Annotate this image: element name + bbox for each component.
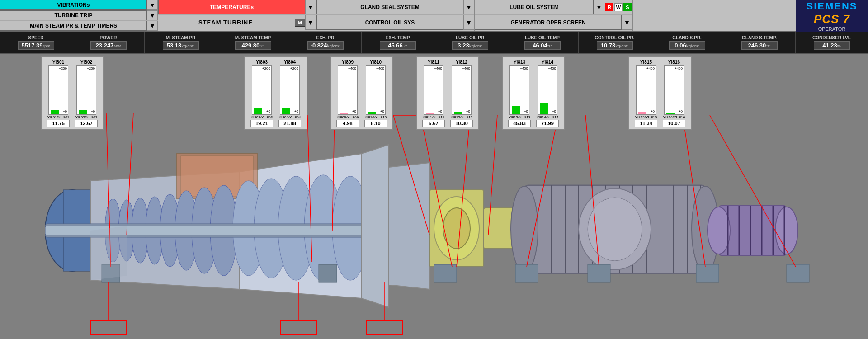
yi813-value: 45.83 bbox=[508, 120, 531, 127]
main-steam-button[interactable]: MAIN STEAM PR & TEMP TIMERS bbox=[0, 21, 147, 31]
yi803-sublabel: YI803/YI_803 bbox=[251, 115, 273, 119]
yi802-fill bbox=[79, 110, 87, 114]
svg-rect-52 bbox=[319, 264, 337, 282]
yi811-title: YI811 bbox=[427, 59, 440, 65]
yi811-bar: +400 +0 bbox=[424, 65, 443, 115]
yi814-bar: +400 +0 bbox=[538, 65, 557, 115]
gauge-yi815: YI815 +400 +0 YI815/YI_815 11.34 bbox=[633, 59, 659, 127]
gland-seal-button[interactable]: GLAND SEAL SYSTEM bbox=[316, 0, 463, 14]
turbine-trip-button[interactable]: TURBINE TRIP bbox=[0, 10, 147, 20]
yi809-title: YI809 bbox=[341, 59, 354, 65]
yi810-bar: +400 +0 bbox=[366, 65, 386, 115]
m-badge: M bbox=[295, 19, 305, 27]
main-content: YI801 +200 +0 YI801/YI_801 11.75 YI802 +… bbox=[0, 54, 868, 339]
yi809-scale-bot: +0 bbox=[352, 109, 356, 113]
yi801-title: YI801 bbox=[52, 59, 65, 65]
yi802-title: YI802 bbox=[80, 59, 93, 65]
yi802-bar: +200 +0 bbox=[76, 65, 96, 115]
vibrations-button[interactable]: VIBRATIONs bbox=[0, 0, 147, 10]
gland-seal-arrow[interactable]: ▼ bbox=[463, 0, 474, 14]
metric-speed: SPEED 5517.39rpm bbox=[0, 32, 72, 53]
steam-turbine-button[interactable]: STEAM TURBINE bbox=[158, 15, 293, 30]
yi815-value: 11.34 bbox=[635, 120, 657, 127]
yi813-scale-bot: +0 bbox=[524, 109, 528, 113]
gauge-yi801: YI801 +200 +0 YI801/YI_801 11.75 bbox=[45, 59, 71, 127]
gauge-yi803: YI803 +200 +0 YI803/YI_803 19.21 bbox=[249, 59, 275, 127]
yi810-scale-top: +400 bbox=[376, 66, 384, 71]
lube-oil-arrow[interactable]: ▼ bbox=[594, 0, 604, 14]
metric-steam-temp-value: 429.80°C bbox=[235, 41, 271, 50]
yi815-fill bbox=[638, 112, 646, 114]
metric-condenser-label: CONDENSER LVL bbox=[812, 35, 851, 40]
generator-button[interactable]: GENERATOR OPER SCREEN bbox=[475, 15, 622, 30]
control-oil-arrow[interactable]: ▼ bbox=[463, 15, 474, 30]
metric-lube-pr: LUBE OIL PR 3.23kg/cm² bbox=[434, 32, 506, 53]
gauge-group-yi811-812: YI811 +400 +0 YI811/YI_811 5.67 YI812 +4… bbox=[416, 56, 479, 130]
yi811-scale-top: +400 bbox=[434, 66, 442, 71]
yi814-scale-bot: +0 bbox=[552, 109, 556, 113]
metric-gland-pr-value: 0.06kg/cm² bbox=[669, 41, 705, 50]
yi804-title: YI804 bbox=[283, 59, 296, 65]
metric-power-value: 23.247MW bbox=[90, 41, 127, 50]
yi812-scale-bot: +0 bbox=[466, 109, 470, 113]
yi814-title: YI814 bbox=[541, 59, 554, 65]
temperatures-button[interactable]: TEMPERATUREs bbox=[158, 0, 305, 14]
yi802-sublabel: YI802/YI_802 bbox=[75, 115, 97, 119]
yi812-sublabel: YI812/YI_812 bbox=[451, 115, 472, 119]
yi811-fill bbox=[426, 113, 434, 114]
yi815-scale-top: +400 bbox=[646, 66, 655, 71]
gauge-group-yi815-816: YI815 +400 +0 YI815/YI_815 11.34 YI816 +… bbox=[628, 56, 692, 130]
yi814-sublabel: YI814/YI_814 bbox=[537, 115, 558, 119]
yi811-scale-bot: +0 bbox=[438, 109, 442, 113]
gauge-group-yi809-810: YI809 +400 +0 YI809/YI_809 4.98 YI810 +4… bbox=[330, 56, 393, 130]
metric-condenser-value: 41.23% bbox=[814, 41, 850, 50]
svg-rect-54 bbox=[515, 264, 538, 282]
nav-col-3: GLAND SEAL SYSTEM ▼ CONTROL OIL SYS ▼ bbox=[316, 0, 475, 31]
metric-lube-pr-value: 3.23kg/cm² bbox=[452, 41, 488, 50]
yi801-bar: +200 +0 bbox=[48, 65, 68, 115]
yi812-fill bbox=[454, 112, 462, 114]
yi816-fill bbox=[666, 113, 675, 114]
yi816-title: YI816 bbox=[668, 59, 680, 65]
metric-steam-pr: M. STEAM PR 53.13kg/cm² bbox=[145, 32, 217, 53]
yi813-fill bbox=[512, 106, 520, 114]
metric-exh-pr-label: EXH. PR bbox=[316, 35, 334, 40]
yi803-scale-top: +200 bbox=[262, 66, 270, 71]
yi801-scale-top: +200 bbox=[59, 66, 67, 71]
yi809-sublabel: YI809/YI_809 bbox=[337, 115, 359, 119]
metric-steam-pr-label: M. STEAM PR bbox=[166, 35, 196, 40]
gauge-yi812: YI812 +400 +0 YI812/YI_812 10.30 bbox=[448, 59, 475, 127]
generator-arrow[interactable]: ▼ bbox=[622, 15, 632, 30]
yi816-sublabel: YI816/YI_816 bbox=[663, 115, 685, 119]
steam-turbine-arrow[interactable]: ▼ bbox=[305, 15, 316, 30]
svg-point-40 bbox=[511, 186, 538, 272]
siemens-brand: SIEMENS bbox=[806, 0, 857, 12]
yi804-value: 21.88 bbox=[278, 120, 301, 127]
main-steam-arrow[interactable]: ▼ bbox=[147, 21, 158, 31]
turbine-trip-arrow[interactable]: ▼ bbox=[147, 10, 158, 20]
metric-power: POWER 23.247MW bbox=[72, 32, 145, 53]
metric-gland-temp-value: 246.30°C bbox=[741, 41, 778, 50]
gauge-yi802: YI802 +200 +0 YI802/YI_802 12.67 bbox=[73, 59, 99, 127]
yi816-value: 10.07 bbox=[663, 120, 685, 127]
yi804-bar: +200 +0 bbox=[280, 65, 300, 115]
yi815-bar: +400 +0 bbox=[636, 65, 656, 115]
metric-exh-temp-value: 45.66°C bbox=[380, 41, 416, 50]
top-navigation: VIBRATIONs ▼ TURBINE TRIP ▼ MAIN STEAM P… bbox=[0, 0, 868, 32]
yi816-bar: +400 +0 bbox=[664, 65, 684, 115]
metric-speed-value: 5517.39rpm bbox=[18, 41, 54, 50]
yi813-bar: +400 +0 bbox=[509, 65, 529, 115]
vibrations-arrow[interactable]: ▼ bbox=[147, 0, 158, 10]
metric-power-label: POWER bbox=[100, 35, 117, 40]
yi815-title: YI815 bbox=[640, 59, 652, 65]
metric-speed-label: SPEED bbox=[28, 35, 44, 40]
gauge-yi813: YI813 +400 +0 YI813/YI_813 45.83 bbox=[506, 59, 533, 127]
metric-steam-temp: M. STEAM TEMP 429.80°C bbox=[217, 32, 289, 53]
lube-oil-button[interactable]: LUBE OIL SYSTEM bbox=[475, 0, 594, 14]
metric-gland-temp: GLAND S.TEMP. 246.30°C bbox=[723, 32, 796, 53]
control-oil-button[interactable]: CONTROL OIL SYS bbox=[316, 15, 463, 30]
temperatures-arrow[interactable]: ▼ bbox=[305, 0, 316, 14]
yi801-sublabel: YI801/YI_801 bbox=[47, 115, 69, 119]
yi803-value: 19.21 bbox=[250, 120, 273, 127]
pcs7-product: PCS 7 bbox=[814, 12, 850, 26]
